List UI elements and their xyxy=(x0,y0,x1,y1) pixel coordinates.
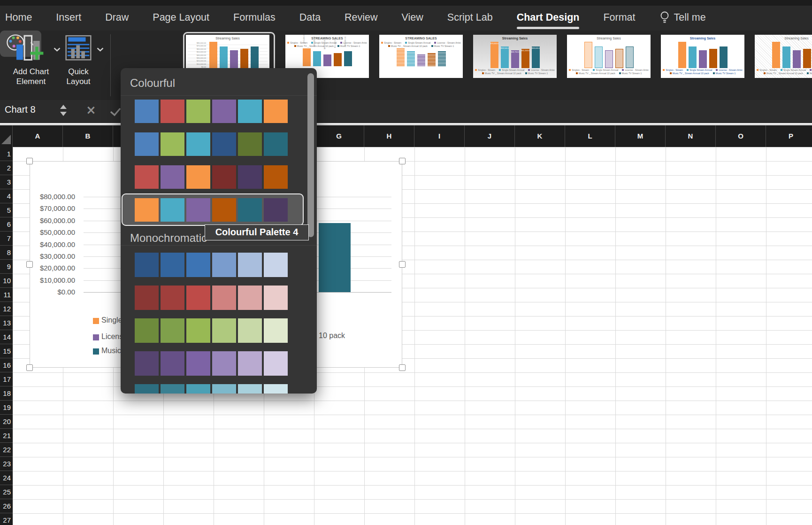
row-header-3[interactable]: 3 xyxy=(0,175,13,189)
row-header-22[interactable]: 22 xyxy=(0,443,13,457)
thumbnail-bar: $58,000.00 xyxy=(532,46,540,68)
menu-tab-formulas[interactable]: Formulas xyxy=(233,12,276,24)
row-header-6[interactable]: 6 xyxy=(0,217,13,232)
palette-row[interactable] xyxy=(121,253,317,277)
chart-selection-handle[interactable] xyxy=(399,364,406,371)
menu-tab-chart-design[interactable]: Chart Design xyxy=(517,12,580,24)
stepper-down-icon[interactable] xyxy=(60,112,67,116)
column-header-L[interactable]: L xyxy=(565,125,615,147)
menu-tab-home[interactable]: Home xyxy=(5,12,32,24)
menu-tab-draw[interactable]: Draw xyxy=(105,12,129,24)
row-header-24[interactable]: 24 xyxy=(0,471,13,485)
bar-value-label: $58,000.00 xyxy=(344,37,346,46)
palette-row[interactable] xyxy=(121,198,317,222)
palette-row[interactable] xyxy=(121,318,317,343)
menu-tab-page-layout[interactable]: Page Layout xyxy=(153,12,209,24)
row-header-25[interactable]: 25 xyxy=(0,485,13,499)
legend-label: Music TV Stream 1 xyxy=(434,45,454,47)
chart-style-thumbnail[interactable]: Streaming SalesSingles - StreamSingle St… xyxy=(661,35,744,78)
chart-selection-handle[interactable] xyxy=(399,158,406,164)
name-box[interactable]: Chart 8 xyxy=(5,104,36,115)
chart-selection-handle[interactable] xyxy=(399,261,406,268)
row-header-1[interactable]: 1 xyxy=(0,147,13,161)
row-header-18[interactable]: 18 xyxy=(0,386,13,401)
menu-tab-review[interactable]: Review xyxy=(345,12,378,24)
row-header-11[interactable]: 11 xyxy=(0,288,13,302)
column-header-B[interactable]: B xyxy=(63,125,113,147)
column-header-K[interactable]: K xyxy=(515,125,565,147)
legend-swatch xyxy=(528,69,530,71)
row-header-4[interactable]: 4 xyxy=(0,189,13,203)
row-header-9[interactable]: 9 xyxy=(0,260,13,274)
row-header-7[interactable]: 7 xyxy=(0,232,13,246)
row-header-12[interactable]: 12 xyxy=(0,302,13,316)
row-header-16[interactable]: 16 xyxy=(0,358,13,372)
row-header-15[interactable]: 15 xyxy=(0,344,13,358)
chart-selection-handle[interactable] xyxy=(26,261,33,268)
row-header-23[interactable]: 23 xyxy=(0,457,13,471)
section-title-colourful: Colourful xyxy=(130,77,175,90)
dropdown-scrollbar-thumb[interactable] xyxy=(307,73,314,237)
quick-layout-button[interactable]: Quick Layout xyxy=(58,33,99,86)
palette-row[interactable] xyxy=(121,100,317,123)
column-header-O[interactable]: O xyxy=(716,125,766,147)
column-header-A[interactable]: A xyxy=(13,125,63,147)
palette-row[interactable] xyxy=(121,351,317,376)
chart-style-thumbnail[interactable]: Streaming SalesSingles - StreamSingle St… xyxy=(567,35,651,78)
legend-label: Music TV _ Stream Annual 10 pack xyxy=(485,72,521,75)
select-all-corner[interactable] xyxy=(0,125,13,147)
thumbnail-bar: $58,500.00 xyxy=(501,46,509,68)
thumbnail-chart-title: Streaming Sales xyxy=(188,36,268,41)
menu-tab-script-lab[interactable]: Script Lab xyxy=(447,12,493,24)
column-header-H[interactable]: H xyxy=(364,125,414,147)
chart-selection-handle[interactable] xyxy=(26,364,33,371)
menu-tab-insert[interactable]: Insert xyxy=(56,12,81,24)
column-header-M[interactable]: M xyxy=(615,125,666,147)
y-axis-tick-label: $50,000.00 xyxy=(30,228,75,237)
palette-row[interactable] xyxy=(121,384,317,394)
palette-swatch xyxy=(212,318,236,343)
palette-row[interactable] xyxy=(121,165,317,189)
row-header-14[interactable]: 14 xyxy=(0,330,13,344)
cancel-icon[interactable]: × xyxy=(86,103,96,117)
menu-tab-data[interactable]: Data xyxy=(299,12,321,24)
thumbnail-legend: Singles - StreamSingle Stream AnnualLice… xyxy=(381,41,461,47)
thumbnail-bar xyxy=(772,42,780,68)
stepper-up-icon[interactable] xyxy=(60,105,67,109)
palette-row[interactable] xyxy=(121,286,317,310)
column-header-I[interactable]: I xyxy=(414,125,465,147)
chart-style-thumbnail[interactable]: Streaming SalesSingles - StreamSingle St… xyxy=(755,35,812,78)
palette-row[interactable] xyxy=(121,132,317,156)
add-chart-element-button[interactable]: Add Chart Element xyxy=(6,33,56,86)
row-header-8[interactable]: 8 xyxy=(0,246,13,260)
menu-tab-view[interactable]: View xyxy=(402,12,423,24)
row-header-27[interactable]: 27 xyxy=(0,513,13,525)
palette-swatch xyxy=(238,318,262,343)
row-header-19[interactable]: 19 xyxy=(0,401,13,415)
row-header-13[interactable]: 13 xyxy=(0,316,13,330)
thumbnail-legend-item: License - Stream Artist xyxy=(528,69,554,71)
row-header-17[interactable]: 17 xyxy=(0,372,13,386)
menu-tab-format[interactable]: Format xyxy=(603,12,635,24)
chart-style-thumbnail[interactable]: STREAMING SALESSingles - StreamSingle St… xyxy=(379,35,463,78)
chart-style-thumbnail[interactable]: Streaming Sales$70,000.00$58,500.00$46,7… xyxy=(473,35,557,78)
row-header-5[interactable]: 5 xyxy=(0,203,13,217)
chart-selection-handle[interactable] xyxy=(26,158,33,164)
row-header-10[interactable]: 10 xyxy=(0,274,13,288)
row-header-2[interactable]: 2 xyxy=(0,161,13,175)
column-header-G[interactable]: G xyxy=(314,125,364,147)
row-header-26[interactable]: 26 xyxy=(0,499,13,513)
lightbulb-icon xyxy=(659,11,670,25)
thumbnail-bars xyxy=(663,42,743,68)
name-box-stepper[interactable] xyxy=(60,105,67,116)
menu-tab-tell-me[interactable]: Tell me xyxy=(659,11,706,26)
palette-swatch xyxy=(186,165,210,189)
enter-checkmark-icon[interactable] xyxy=(109,107,122,118)
column-header-P[interactable]: P xyxy=(766,125,812,147)
column-header-J[interactable]: J xyxy=(465,125,515,147)
palette-swatch xyxy=(161,318,184,343)
column-header-N[interactable]: N xyxy=(666,125,716,147)
row-header-20[interactable]: 20 xyxy=(0,415,13,429)
row-header-21[interactable]: 21 xyxy=(0,429,13,443)
palette-swatch xyxy=(186,318,210,343)
